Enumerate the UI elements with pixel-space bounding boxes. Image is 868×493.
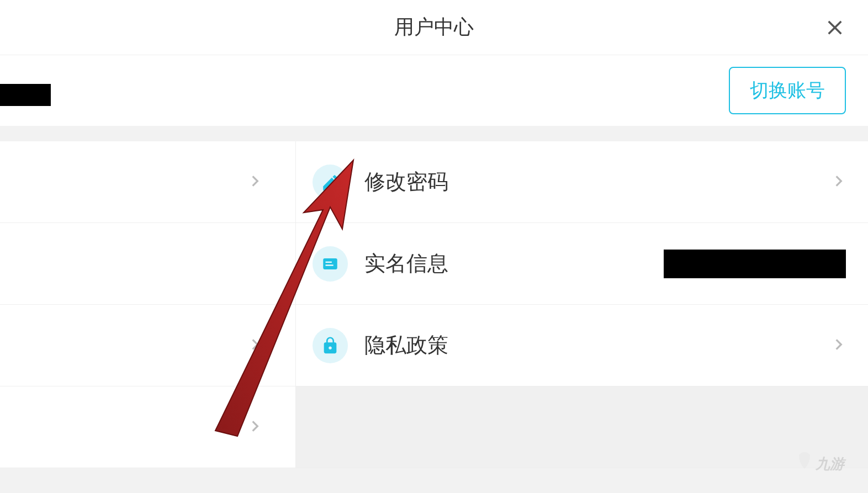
- redacted-account-id: [0, 84, 51, 106]
- chevron-right-icon: [832, 337, 846, 354]
- close-icon: [825, 18, 844, 37]
- left-column: [0, 141, 296, 468]
- svg-rect-5: [326, 264, 334, 266]
- svg-rect-4: [326, 261, 332, 262]
- chevron-right-icon: [248, 337, 262, 354]
- lock-icon: [321, 336, 340, 355]
- account-section: 切换账号: [0, 55, 868, 126]
- empty-item: [296, 386, 868, 468]
- chevron-right-icon: [248, 419, 262, 436]
- privacy-policy-label: 隐私政策: [364, 331, 448, 359]
- header: 用户中心: [0, 0, 868, 55]
- edit-icon-circle: [313, 165, 348, 200]
- svg-rect-2: [323, 189, 334, 190]
- real-name-info-label: 实名信息: [364, 250, 448, 278]
- lock-icon-circle: [313, 328, 348, 363]
- redacted-real-name: [664, 250, 846, 278]
- chevron-right-icon: [248, 174, 262, 190]
- chevron-right-icon: [832, 174, 846, 190]
- card-icon: [321, 255, 340, 273]
- page-title: 用户中心: [394, 14, 474, 41]
- switch-account-button[interactable]: 切换账号: [729, 67, 846, 114]
- info-icon-circle: [313, 246, 348, 282]
- left-list-item[interactable]: [0, 386, 295, 468]
- close-button[interactable]: [824, 17, 846, 39]
- change-password-label: 修改密码: [364, 168, 448, 196]
- left-list-item[interactable]: [0, 305, 295, 386]
- left-list-item[interactable]: [0, 141, 295, 223]
- change-password-item[interactable]: 修改密码: [296, 141, 868, 223]
- section-divider: [0, 126, 868, 141]
- settings-container: 修改密码 实名信息: [0, 141, 868, 468]
- right-column: 修改密码 实名信息: [296, 141, 868, 468]
- left-list-item[interactable]: [0, 223, 295, 305]
- svg-rect-3: [323, 258, 337, 269]
- privacy-policy-item[interactable]: 隐私政策: [296, 305, 868, 386]
- pencil-icon: [321, 173, 340, 192]
- real-name-info-item[interactable]: 实名信息: [296, 223, 868, 305]
